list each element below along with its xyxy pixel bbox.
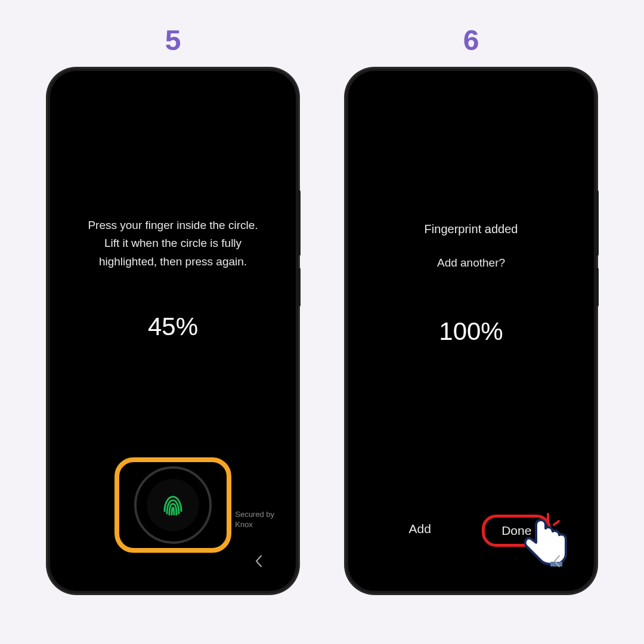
step-5-container: 5 Press your finger inside the circle. L…: [48, 24, 298, 593]
fingerprint-sensor-ring[interactable]: [134, 466, 212, 544]
fingerprint-icon: [156, 488, 190, 522]
pointer-hand-icon: [518, 514, 572, 568]
phone-screen-6: Fingerprint added Add another? 100% Add …: [357, 79, 586, 583]
step-number-6: 6: [463, 24, 479, 57]
back-button[interactable]: [552, 554, 562, 572]
fingerprint-highlight-box: [114, 457, 231, 553]
progress-percent: 100%: [439, 317, 503, 346]
step-number-5: 5: [165, 24, 181, 57]
add-button[interactable]: Add: [391, 515, 449, 547]
instruction-text: Press your finger inside the circle. Lif…: [76, 216, 270, 271]
step-6-container: 6 Fingerprint added Add another? 100% Ad…: [346, 24, 596, 593]
fingerprint-sensor[interactable]: [147, 479, 199, 531]
secured-by-knox-label: Secured by Knox: [235, 510, 274, 530]
back-button[interactable]: [254, 554, 264, 572]
chevron-left-icon: [254, 554, 264, 568]
fingerprint-added-title: Fingerprint added: [425, 222, 518, 236]
bottom-button-row: Add Done: [357, 515, 586, 547]
power-button: [596, 268, 599, 306]
power-button: [298, 268, 301, 306]
volume-button: [298, 190, 301, 256]
chevron-left-icon: [552, 554, 562, 568]
progress-percent: 45%: [148, 312, 198, 341]
add-another-subtitle: Add another?: [437, 256, 505, 270]
volume-button: [596, 190, 599, 256]
phone-screen-5: Press your finger inside the circle. Lif…: [58, 79, 287, 583]
done-button[interactable]: Done: [482, 515, 551, 547]
phone-frame-6: Fingerprint added Add another? 100% Add …: [346, 69, 596, 593]
phone-frame-5: Press your finger inside the circle. Lif…: [48, 69, 298, 593]
